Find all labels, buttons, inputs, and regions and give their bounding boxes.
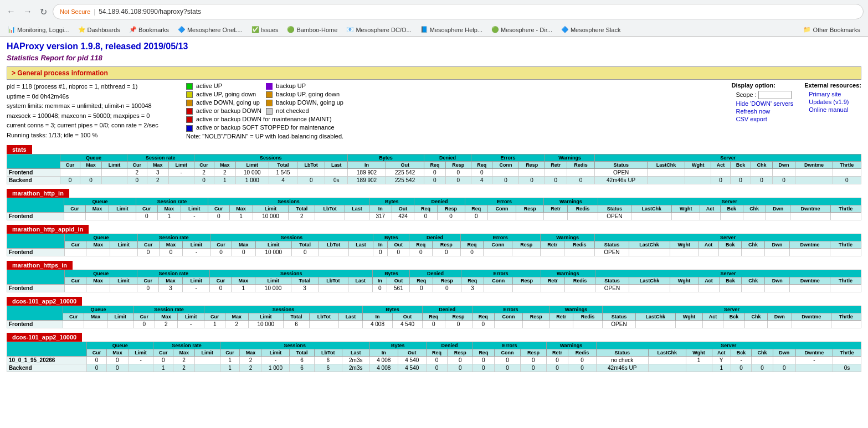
th-sessions: Sessions [194, 154, 348, 161]
stats-backend-row: Backend 00 02 011 000400s 189 902225 542… [7, 176, 861, 184]
back-button[interactable]: ← [4, 4, 18, 19]
bookmark-mesosphere-dir[interactable]: 🟢 Mesosphere - Dir... [488, 25, 556, 34]
dcos-fe-table: Queue Session rate Sessions Bytes Denied… [7, 306, 861, 328]
general-section-header[interactable]: General process information [7, 66, 861, 80]
bookmark-mesosphere-slack[interactable]: 🔷 Mesosphere Slack [558, 25, 624, 34]
marathon-http-appid-table: Queue Session rate Sessions Bytes Denied… [7, 234, 861, 256]
online-manual-link[interactable]: Online manual [809, 106, 848, 113]
info-line-1: uptime = 0d 0h42m46s [7, 92, 173, 102]
not-secure-label: Not Secure [60, 8, 90, 15]
th-bytes: Bytes [348, 154, 424, 161]
info-line-4: current conns = 3; current pipes = 0/0; … [7, 121, 173, 131]
info-line-2: system limits: memmax = unlimited; ulimi… [7, 101, 173, 111]
url-text: 54.189.46.108:9090/haproxy?stats [99, 8, 201, 16]
csv-export-link[interactable]: CSV export [736, 116, 767, 122]
dcos-fe-frontend-row: Frontend 02- 1210 0006 4 0084 540 00 0 O… [7, 320, 861, 328]
marathon-http-appid-name: marathon_http_appid_in [12, 226, 83, 233]
dcos-backend-row: Backend 00 12 121 000662m3s 4 0084 540 0… [7, 364, 861, 372]
bookmark-other[interactable]: 📁 Other Bookmarks [800, 25, 864, 34]
page-title: HAProxy version 1.9.8, released 2019/05/… [7, 42, 861, 51]
page-content: HAProxy version 1.9.8, released 2019/05/… [0, 37, 868, 381]
th-name [7, 154, 60, 168]
bookmark-dashboards[interactable]: ⭐ Dashboards [75, 25, 124, 34]
th-errors: Errors [471, 154, 545, 161]
marathon-appid-frontend-row: Frontend 00- 0010 0000 00 00 0 OPEN [7, 248, 861, 256]
refresh-link[interactable]: Refresh now [736, 108, 770, 115]
scope-input[interactable] [758, 91, 792, 99]
bookmark-monitoring[interactable]: 📊 Monitoring, Loggi... [4, 25, 73, 34]
dcos-fe-name: dcos-101_app2_10000 [12, 298, 76, 305]
bookmark-mesosphere-dc[interactable]: 📧 Mesosphere DC/O... [343, 25, 414, 34]
display-options: Display option: Scope : Hide 'DOWN' serv… [731, 82, 793, 141]
legend-area: active UP backup UP active UP, going dow… [184, 82, 720, 141]
info-left: pid = 118 (process #1, nbproc = 1, nbthr… [7, 82, 173, 141]
stats-section-name: stats [12, 146, 27, 153]
options-area: Display option: Scope : Hide 'DOWN' serv… [731, 82, 861, 141]
th-session-rate: Session rate [127, 154, 194, 161]
marathon-https-in-name: marathon_https_in [12, 262, 67, 269]
general-info: pid = 118 (process #1, nbproc = 1, nbthr… [7, 82, 861, 141]
dcos-be-name: dcos-101_app2_10000 [12, 334, 76, 341]
primary-site-link[interactable]: Primary site [809, 91, 841, 97]
info-line-0: pid = 118 (process #1, nbproc = 1, nbthr… [7, 82, 173, 92]
dcos-fe-section: dcos-101_app2_10000 Queue Session rate S… [7, 297, 861, 328]
stats-table: Queue Session rate Sessions Bytes Denied… [7, 154, 861, 184]
display-options-title: Display option: [731, 82, 793, 89]
stats-section: stats Queue Session rate Sessions Bytes … [7, 145, 861, 184]
marathon-https-in-section: marathon_https_in Queue Session rate Ses… [7, 261, 861, 292]
hide-down-link[interactable]: Hide 'DOWN' servers [736, 100, 793, 107]
bookmark-mesosphere-one[interactable]: 🔷 Mesosphere OneL... [174, 25, 246, 34]
bookmark-mesosphere-help[interactable]: 📘 Mesosphere Help... [417, 25, 486, 34]
bookmarks-bar: 📊 Monitoring, Loggi... ⭐ Dashboards 📌 Bo… [0, 23, 868, 37]
browser-chrome: ← → ↻ Not Secure | 54.189.46.108:9090/ha… [0, 0, 868, 37]
scope-label: Scope : [736, 91, 756, 98]
marathon-http-in-section: marathon_http_in Queue Session rate Sess… [7, 189, 861, 220]
legend-table: active UP backup UP active UP, going dow… [184, 82, 346, 140]
marathon-http-in-name: marathon_http_in [12, 190, 64, 197]
th-server: Server [595, 154, 861, 161]
info-line-5: Running tasks: 1/13; idle = 100 % [7, 131, 173, 141]
bookmark-issues[interactable]: ✅ Issues [248, 25, 282, 34]
th-denied: Denied [424, 154, 471, 161]
dcos-server-row: 10_0_1_95_20266 00- 02 12-662m3s 4 0084 … [7, 356, 861, 364]
browser-toolbar: ← → ↻ Not Secure | 54.189.46.108:9090/ha… [0, 0, 868, 23]
marathon-https-frontend-row: Frontend 03- 0110 0003 0561 00 3 OPEN [7, 284, 861, 292]
external-resources: External resources: Primary site Updates… [804, 82, 861, 141]
bookmark-bookmarks[interactable]: 📌 Bookmarks [126, 25, 172, 34]
forward-button[interactable]: → [21, 4, 34, 19]
updates-link[interactable]: Updates (v1.9) [809, 99, 849, 105]
reload-button[interactable]: ↻ [38, 4, 49, 19]
th-warnings: Warnings [545, 154, 594, 161]
stats-frontend-row: Frontend 23- 2210 0001 545 189 902225 54… [7, 168, 861, 176]
dcos-be-section: dcos-101_app2_10000 Queue Session rate S… [7, 333, 861, 372]
marathon-https-in-table: Queue Session rate Sessions Bytes Denied… [7, 270, 861, 292]
dcos-be-table: Queue Session rate Sessions Bytes Denied… [7, 342, 861, 372]
bookmark-bamboo[interactable]: 🟢 Bamboo-Home [284, 25, 341, 34]
marathon-http-in-table: Queue Session rate Sessions Bytes Denied… [7, 198, 861, 220]
th-queue: Queue [60, 154, 127, 161]
page-subtitle: Statistics Report for pid 118 [7, 54, 861, 62]
info-line-3: maxsock = 100048; maxconn = 50000; maxpi… [7, 111, 173, 121]
marathon-http-in-frontend-row: Frontend 01- 0110 0002 317424 00 0 OPEN [7, 212, 861, 220]
address-bar[interactable]: Not Secure | 54.189.46.108:9090/haproxy?… [53, 4, 864, 19]
marathon-http-appid-section: marathon_http_appid_in Queue Session rat… [7, 225, 861, 256]
external-resources-title: External resources: [804, 82, 861, 89]
